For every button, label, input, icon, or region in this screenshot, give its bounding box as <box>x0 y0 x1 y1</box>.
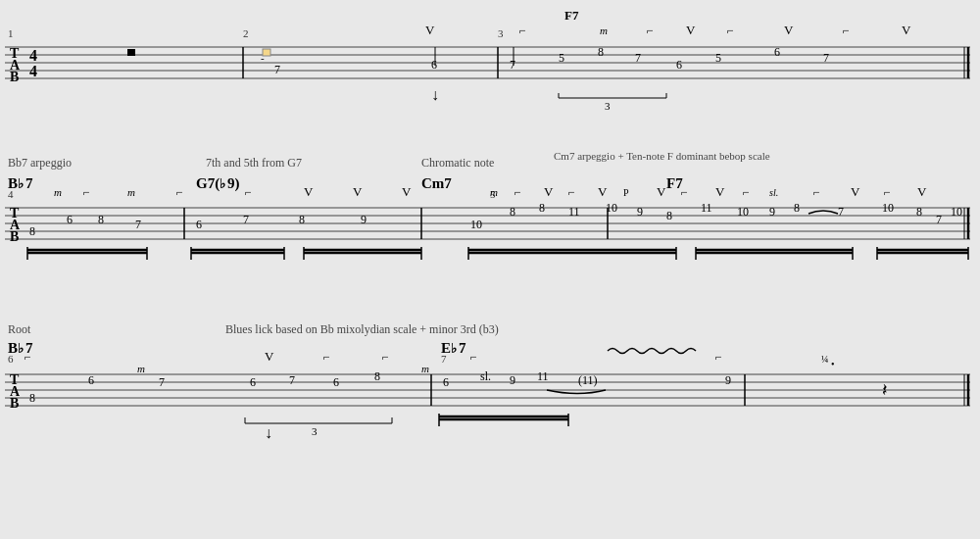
svg-text:8: 8 <box>794 201 800 215</box>
svg-text:V: V <box>902 23 911 37</box>
svg-text:⌐: ⌐ <box>681 185 688 199</box>
svg-text:10: 10 <box>951 205 962 219</box>
svg-text:m: m <box>490 186 498 198</box>
svg-text:7: 7 <box>838 205 844 219</box>
svg-text:8: 8 <box>510 205 515 219</box>
svg-text:7: 7 <box>441 353 447 365</box>
svg-text:1: 1 <box>8 27 14 39</box>
svg-text:B: B <box>10 70 19 84</box>
svg-text:B: B <box>10 396 19 411</box>
svg-text:⌐: ⌐ <box>176 185 183 199</box>
svg-text:B: B <box>10 229 19 244</box>
svg-text:6: 6 <box>67 213 73 226</box>
svg-text:9: 9 <box>725 373 731 387</box>
svg-text:7: 7 <box>25 175 33 191</box>
svg-text:V: V <box>686 23 696 37</box>
svg-text:9: 9 <box>361 213 367 226</box>
svg-text:7: 7 <box>135 218 141 231</box>
svg-text:Cm7: Cm7 <box>421 175 452 191</box>
svg-text:Cm7 arpeggio + Ten-note F domi: Cm7 arpeggio + Ten-note F dominant bebop… <box>554 150 770 162</box>
svg-text:↓: ↓ <box>431 86 439 103</box>
svg-text:F7: F7 <box>564 8 579 23</box>
svg-text:8: 8 <box>374 369 380 383</box>
svg-text:⌐: ⌐ <box>843 24 850 37</box>
svg-text:6: 6 <box>88 373 94 387</box>
svg-text:⌐: ⌐ <box>743 185 750 199</box>
svg-text:11: 11 <box>568 205 580 219</box>
score-container: 1 2 3 F7 T A B 4 4 - 7 V ⌐ m ⌐ V ⌐ V ⌐ V… <box>0 0 980 539</box>
svg-text:7: 7 <box>936 213 942 226</box>
svg-text:8: 8 <box>598 45 604 59</box>
svg-text:⌐: ⌐ <box>83 185 90 199</box>
svg-text:⌐: ⌐ <box>727 24 734 37</box>
svg-text:2: 2 <box>243 27 249 39</box>
svg-text:9: 9 <box>769 205 775 219</box>
svg-text:3: 3 <box>605 100 611 112</box>
svg-text:♭: ♭ <box>451 341 457 356</box>
svg-text:4: 4 <box>29 47 37 64</box>
svg-text:6: 6 <box>774 45 780 59</box>
svg-text:6: 6 <box>196 218 202 231</box>
svg-text:V: V <box>657 184 666 199</box>
svg-text:V: V <box>715 184 725 199</box>
svg-text:m: m <box>127 186 135 198</box>
svg-text:10: 10 <box>737 205 749 219</box>
svg-text:3: 3 <box>312 425 318 437</box>
svg-text:V: V <box>402 184 412 199</box>
svg-text:7: 7 <box>243 213 249 226</box>
svg-rect-0 <box>0 0 980 539</box>
svg-text:6: 6 <box>8 353 14 365</box>
svg-text:V: V <box>353 184 363 199</box>
svg-text:V: V <box>917 184 927 199</box>
svg-text:7: 7 <box>459 340 466 356</box>
svg-text:7: 7 <box>510 58 515 72</box>
svg-text:⌐: ⌐ <box>519 24 526 37</box>
svg-text:m: m <box>137 363 145 374</box>
svg-text:⌐: ⌐ <box>323 350 330 364</box>
svg-text:-: - <box>261 52 265 64</box>
svg-text:8: 8 <box>299 213 305 226</box>
svg-text:4: 4 <box>29 63 37 79</box>
svg-text:4: 4 <box>8 188 14 200</box>
svg-text:V: V <box>544 184 554 199</box>
svg-text:6: 6 <box>676 58 682 72</box>
svg-text:6: 6 <box>431 58 437 72</box>
svg-text:7: 7 <box>635 51 641 65</box>
svg-text:6: 6 <box>250 375 256 389</box>
svg-text:Blues lick based on Bb mixolyd: Blues lick based on Bb mixolydian scale … <box>225 322 499 336</box>
svg-text:10: 10 <box>470 218 482 231</box>
svg-text:8: 8 <box>98 213 104 226</box>
svg-text:7: 7 <box>823 51 829 65</box>
svg-text:8: 8 <box>916 205 922 219</box>
svg-text:11: 11 <box>537 369 549 383</box>
svg-text:♭: ♭ <box>18 176 24 191</box>
svg-text:9): 9) <box>227 175 240 192</box>
svg-text:7: 7 <box>274 63 280 76</box>
svg-text:8: 8 <box>666 209 672 222</box>
svg-text:(11): (11) <box>578 373 598 387</box>
svg-text:5: 5 <box>715 51 721 65</box>
svg-text:6: 6 <box>333 375 339 389</box>
svg-text:⌐: ⌐ <box>24 350 31 364</box>
svg-text:10: 10 <box>606 201 617 215</box>
svg-text:⌐: ⌐ <box>470 350 477 364</box>
svg-text:↓: ↓ <box>265 424 272 441</box>
svg-text:G7(: G7( <box>196 175 220 192</box>
svg-text:⌐: ⌐ <box>884 185 891 199</box>
svg-text:6: 6 <box>443 375 449 389</box>
svg-text:8: 8 <box>29 224 35 238</box>
svg-text:⌐: ⌐ <box>715 350 722 364</box>
svg-text:V: V <box>784 23 794 37</box>
svg-text:m: m <box>421 363 429 374</box>
svg-text:V: V <box>425 23 435 37</box>
svg-text:•: • <box>831 359 835 369</box>
svg-text:m: m <box>600 24 608 36</box>
svg-text:V: V <box>265 349 274 364</box>
svg-text:7: 7 <box>289 373 295 387</box>
svg-text:⌐: ⌐ <box>647 24 654 37</box>
svg-text:⌐: ⌐ <box>514 185 521 199</box>
svg-text:11: 11 <box>701 201 712 215</box>
svg-text:♭: ♭ <box>18 341 24 356</box>
svg-text:V: V <box>851 184 860 199</box>
svg-text:♭: ♭ <box>220 176 225 191</box>
